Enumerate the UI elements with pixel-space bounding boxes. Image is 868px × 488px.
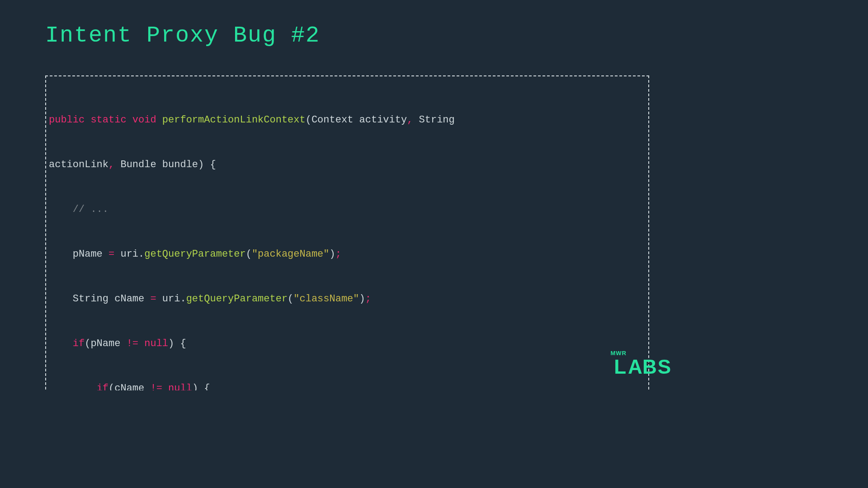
code-line: // ... [49,202,646,217]
code-line: String cName = uri.getQueryParameter("cl… [49,291,646,306]
code-line: actionLink, Bundle bundle) { [49,157,646,172]
mwr-labs-logo: MWR LABS [611,350,672,377]
code-line: if(cName != null) { [49,381,646,390]
code-block: public static void performActionLinkCont… [45,75,649,390]
code-line: pName = uri.getQueryParameter("packageNa… [49,247,646,262]
code-line: if(pName != null) { [49,336,646,351]
logo-bottom-text: LABS [614,356,672,378]
slide-title: Intent Proxy Bug #2 [45,23,649,48]
code-line: public static void performActionLinkCont… [49,113,646,127]
slide: Intent Proxy Bug #2 public static void p… [0,0,694,390]
